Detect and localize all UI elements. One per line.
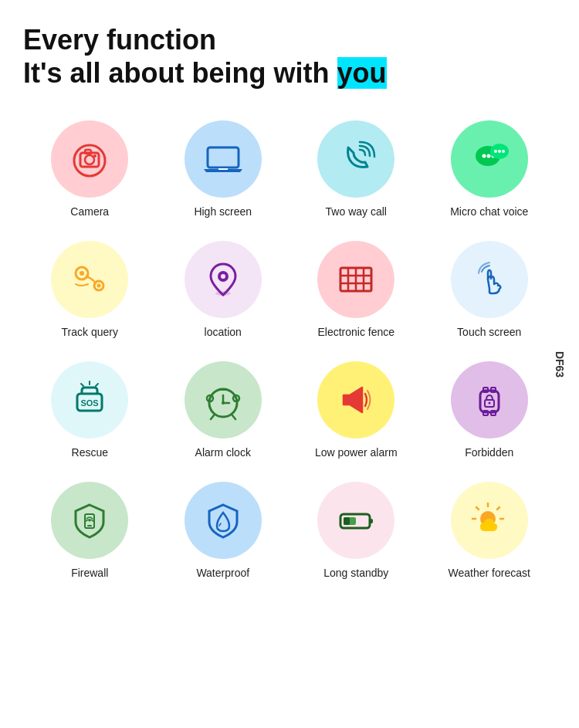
header-line1: Every function: [23, 23, 556, 56]
touch-screen-label: Touch screen: [457, 326, 521, 338]
camera-icon: [66, 136, 113, 182]
low-power-alarm-label: Low power alarm: [315, 446, 398, 459]
track-query-label: Track query: [62, 326, 118, 338]
svg-point-10: [486, 154, 490, 158]
weather-forecast-label: Weather forecast: [449, 567, 530, 579]
svg-point-9: [482, 154, 486, 158]
svg-text:SOS: SOS: [81, 398, 99, 408]
svg-line-62: [497, 507, 499, 510]
svg-point-19: [97, 284, 101, 288]
svg-rect-6: [211, 151, 235, 164]
feature-two-way-call: Two way call: [290, 113, 423, 225]
feature-firewall: Firewall: [23, 474, 157, 587]
two-way-call-label: Two way call: [326, 205, 387, 218]
svg-point-17: [80, 271, 84, 276]
track-query-icon-circle: [51, 241, 128, 318]
electronic-fence-label: Electronic fence: [317, 326, 394, 338]
svg-rect-45: [480, 391, 499, 412]
laptop-icon: [200, 136, 246, 182]
feature-long-standby: Long standby: [290, 474, 423, 587]
feature-rescue: SOS Rescue: [23, 354, 157, 466]
weather-forecast-icon-circle: [451, 482, 528, 559]
page: Every function It's all about being with…: [0, 0, 579, 602]
svg-point-51: [488, 402, 490, 405]
header-line2: It's all about being with you: [23, 56, 556, 90]
feature-touch-screen: Touch screen: [423, 233, 557, 346]
feature-alarm-clock: Alarm clock: [157, 354, 290, 466]
feature-weather-forecast: Weather forecast: [423, 474, 557, 587]
svg-point-22: [221, 274, 225, 279]
svg-point-13: [494, 150, 497, 153]
phone-wave-icon: [333, 136, 379, 182]
svg-point-2: [85, 155, 94, 164]
location-icon-circle: [185, 241, 262, 318]
features-grid: Camera High screen: [23, 113, 556, 587]
touch-icon: [466, 256, 513, 303]
forbidden-label: Forbidden: [465, 446, 513, 459]
svg-line-41: [232, 415, 235, 419]
track-icon: [66, 256, 113, 303]
alarm-clock-label: Alarm clock: [195, 446, 251, 459]
feature-camera: Camera: [23, 113, 157, 225]
vertical-label: DF63: [554, 350, 566, 377]
firewall-icon: [66, 497, 113, 543]
sos-icon: SOS: [66, 377, 113, 423]
chat-icon: [466, 136, 513, 182]
svg-line-64: [476, 507, 479, 510]
feature-low-power-alarm: Low power alarm: [290, 354, 423, 466]
svg-point-38: [222, 401, 225, 405]
svg-point-14: [498, 150, 501, 153]
waterproof-icon-circle: [185, 482, 262, 559]
svg-line-32: [81, 384, 83, 386]
feature-micro-chat-voice: Micro chat voice: [423, 113, 557, 225]
long-standby-label: Long standby: [323, 567, 388, 579]
rescue-icon-circle: SOS: [51, 361, 128, 438]
electronic-fence-icon-circle: [317, 241, 394, 318]
firewall-icon-circle: [51, 482, 128, 559]
forbidden-icon: [466, 377, 513, 423]
waterproof-icon: [200, 497, 246, 543]
high-screen-label: High screen: [194, 205, 252, 218]
svg-point-15: [502, 150, 505, 153]
micro-chat-voice-label: Micro chat voice: [450, 205, 528, 218]
long-standby-icon-circle: [317, 482, 394, 559]
location-label: location: [205, 326, 242, 338]
fence-icon: [333, 256, 379, 303]
feature-high-screen: High screen: [157, 113, 290, 225]
svg-line-55: [219, 523, 221, 526]
feature-location: location: [157, 233, 290, 346]
battery-icon: [333, 497, 379, 543]
svg-rect-59: [344, 517, 350, 525]
svg-rect-39: [220, 388, 226, 391]
touch-screen-icon-circle: [451, 241, 528, 318]
camera-icon-circle: [51, 120, 128, 198]
feature-forbidden: Forbidden: [423, 354, 557, 466]
feature-track-query: Track query: [23, 233, 157, 346]
forbidden-icon-circle: [451, 361, 528, 438]
high-screen-icon-circle: [185, 120, 262, 198]
svg-line-40: [211, 415, 214, 419]
svg-point-54: [89, 520, 91, 522]
svg-point-4: [93, 154, 96, 157]
megaphone-icon: [333, 377, 379, 423]
header: Every function It's all about being with…: [23, 23, 556, 90]
svg-rect-57: [370, 519, 373, 523]
firewall-label: Firewall: [71, 567, 108, 579]
two-way-call-icon-circle: [317, 120, 394, 198]
camera-label: Camera: [70, 205, 109, 218]
svg-rect-44: [344, 395, 350, 405]
alarm-clock-icon-circle: [185, 361, 262, 438]
location-icon: [200, 256, 246, 303]
rescue-label: Rescue: [72, 446, 108, 459]
low-power-alarm-icon-circle: [317, 361, 394, 438]
feature-waterproof: Waterproof: [157, 474, 290, 587]
weather-icon: [466, 497, 513, 543]
alarm-icon: [200, 377, 246, 423]
micro-chat-voice-icon-circle: [451, 120, 528, 198]
svg-line-33: [96, 384, 98, 386]
feature-electronic-fence: Electronic fence: [290, 233, 423, 346]
waterproof-label: Waterproof: [196, 567, 249, 579]
